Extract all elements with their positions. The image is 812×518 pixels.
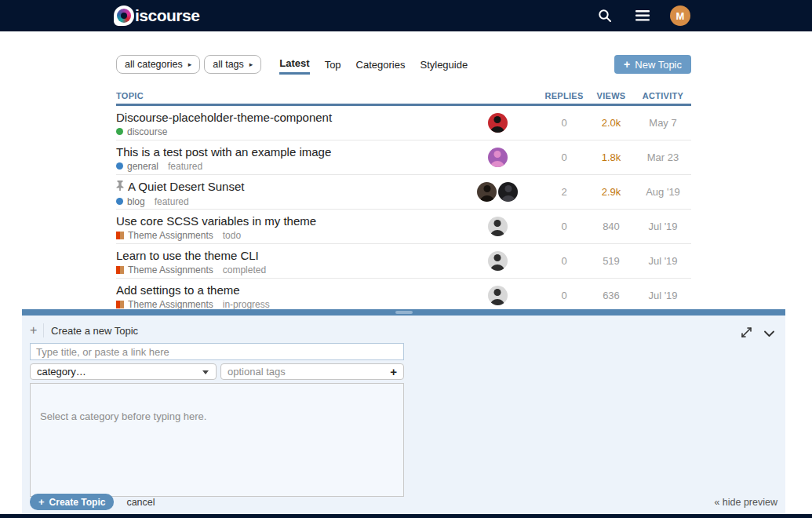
table-header: TOPIC REPLIES VIEWS ACTIVITY (116, 90, 691, 106)
replies-count: 0 (541, 151, 588, 163)
composer-resize-grip[interactable] (22, 309, 785, 316)
category-select[interactable]: category… (30, 363, 217, 380)
category-name: discourse (127, 126, 167, 137)
poster-avatar[interactable] (498, 182, 518, 202)
category-select-value: category… (37, 366, 86, 378)
poster-avatar[interactable] (477, 182, 497, 202)
create-topic-button[interactable]: + Create Topic (30, 494, 114, 510)
poster-avatar[interactable] (488, 113, 508, 133)
chevron-down-icon (202, 370, 209, 374)
topic-nav: Latest Top Categories Styleguide (279, 56, 468, 73)
category-filter-dropdown[interactable]: all categories ▸ (116, 55, 200, 74)
category-color-icon (116, 162, 123, 170)
activity-date[interactable]: May 7 (635, 117, 691, 129)
topic-title-link[interactable]: A Quiet Desert Sunset (128, 180, 244, 193)
site-header: iscourse M (0, 0, 812, 31)
topic-posters (454, 113, 541, 133)
category-badge[interactable]: Theme Assignments (116, 264, 213, 275)
new-topic-button[interactable]: + New Topic (614, 55, 691, 74)
site-logo[interactable]: iscourse (114, 5, 199, 26)
filter-row: all categories ▸ all tags ▸ Latest Top C… (116, 55, 691, 74)
composer-title: Create a new Topic (51, 325, 138, 337)
tag[interactable]: todo (223, 230, 241, 241)
caret-right-icon: ▸ (188, 60, 192, 68)
fullscreen-icon[interactable] (741, 326, 752, 341)
topic-title-input[interactable] (30, 343, 404, 360)
category-color-icon (116, 232, 124, 239)
tag[interactable]: featured (168, 161, 202, 172)
tag[interactable]: completed (223, 264, 266, 275)
activity-date[interactable]: Mar 23 (635, 151, 691, 163)
activity-date[interactable]: Aug '19 (635, 186, 691, 198)
search-icon[interactable] (595, 5, 615, 26)
poster-avatar[interactable] (488, 148, 508, 167)
category-color-icon (116, 301, 124, 308)
category-badge[interactable]: blog (116, 196, 145, 207)
hamburger-menu-icon[interactable] (632, 5, 653, 26)
topic-title-link[interactable]: Discourse-placeholder-theme-component (116, 111, 332, 124)
category-name: Theme Assignments (128, 230, 213, 241)
activity-date[interactable]: Jul '19 (635, 255, 691, 267)
category-badge[interactable]: Theme Assignments (116, 230, 213, 241)
create-topic-label: Create Topic (49, 497, 106, 508)
poster-avatar[interactable] (488, 251, 508, 271)
new-topic-label: New Topic (635, 59, 682, 71)
hide-preview-link[interactable]: « hide preview (714, 497, 777, 508)
user-avatar[interactable]: M (670, 5, 690, 26)
category-color-icon (116, 198, 123, 205)
replies-count: 0 (541, 290, 588, 301)
plus-icon: + (38, 496, 45, 508)
table-row: Discourse-placeholder-theme-component di… (116, 106, 691, 140)
tags-input[interactable] (228, 366, 390, 378)
cancel-link[interactable]: cancel (126, 497, 155, 508)
poster-avatar[interactable] (488, 286, 508, 305)
views-count: 1.8k (588, 151, 635, 163)
tag[interactable]: in-progress (223, 299, 270, 310)
topic-title-link[interactable]: Learn to use the theme CLI (116, 249, 259, 262)
category-badge[interactable]: discourse (116, 126, 167, 137)
topic-tags: featured (155, 196, 189, 207)
nav-latest[interactable]: Latest (279, 57, 309, 75)
views-count: 840 (588, 221, 635, 232)
col-activity[interactable]: ACTIVITY (635, 91, 691, 100)
col-replies[interactable]: REPLIES (541, 91, 588, 100)
replies-count: 0 (541, 117, 588, 129)
grip-handle-icon (395, 311, 413, 314)
composer-footer: + Create Topic cancel (30, 494, 155, 510)
category-name: blog (127, 196, 145, 207)
tag[interactable]: featured (155, 196, 189, 207)
category-badge[interactable]: general (116, 161, 158, 172)
topic-posters (454, 148, 541, 167)
pinned-icon (116, 180, 124, 194)
col-views[interactable]: VIEWS (588, 91, 635, 100)
post-body-textarea[interactable] (30, 383, 404, 497)
category-name: general (127, 161, 158, 172)
topic-title-link[interactable]: This is a test post with an example imag… (116, 145, 331, 159)
activity-date[interactable]: Jul '19 (635, 221, 691, 232)
topic-title-link[interactable]: Use core SCSS variables in my theme (116, 214, 316, 228)
col-topic[interactable]: TOPIC (116, 91, 454, 100)
nav-top[interactable]: Top (325, 59, 341, 74)
activity-date[interactable]: Jul '19 (635, 290, 691, 301)
views-count: 636 (588, 290, 635, 301)
category-name: Theme Assignments (128, 299, 213, 310)
poster-avatar[interactable] (488, 217, 508, 236)
topic-title-link[interactable]: Add settings to a theme (116, 283, 240, 297)
category-name: Theme Assignments (128, 264, 213, 275)
caret-right-icon: ▸ (249, 60, 253, 68)
logo-text: iscourse (135, 6, 199, 25)
topic-table: TOPIC REPLIES VIEWS ACTIVITY Discourse-p… (116, 90, 691, 313)
views-count: 2.0k (588, 117, 635, 129)
plus-icon: + (30, 323, 44, 337)
table-row: Learn to use the theme CLI Theme Assignm… (116, 244, 691, 279)
topic-list: Discourse-placeholder-theme-component di… (116, 106, 691, 313)
add-tag-icon[interactable]: + (390, 365, 397, 378)
collapse-composer-icon[interactable] (764, 326, 774, 341)
category-badge[interactable]: Theme Assignments (116, 299, 213, 310)
nav-styleguide[interactable]: Styleguide (420, 59, 468, 74)
topic-posters (454, 286, 541, 305)
category-color-icon (116, 266, 124, 274)
composer-header: + Create a new Topic (30, 320, 777, 341)
nav-categories[interactable]: Categories (356, 59, 406, 74)
tag-filter-dropdown[interactable]: all tags ▸ (204, 55, 261, 74)
